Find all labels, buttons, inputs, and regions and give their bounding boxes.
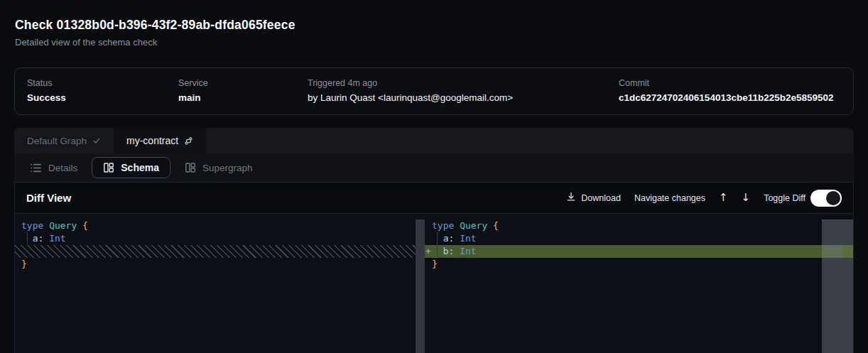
meta-service-label: Service: [178, 78, 208, 88]
check-icon: [92, 136, 101, 145]
meta-triggered: Triggered 4m ago by Laurin Quast <laurin…: [308, 78, 513, 103]
left-scrollbar[interactable]: [416, 219, 425, 353]
toggle-diff-control: Toggle Diff: [764, 190, 842, 207]
previous-change-button[interactable]: ↑: [719, 192, 728, 203]
tab-details-label: Details: [48, 163, 77, 173]
download-label: Download: [581, 193, 621, 203]
tab-default-graph[interactable]: Default Graph: [14, 128, 114, 153]
check-meta-card: Status Success Service main Triggered 4m…: [14, 67, 854, 115]
diff-pane-after: type Query { a: Int+ b: Int}: [425, 214, 853, 353]
added-change-overview-marker: [842, 245, 853, 258]
code-line: }: [15, 258, 425, 271]
meta-status-label: Status: [27, 78, 66, 88]
columns-icon: [185, 162, 196, 173]
toggle-diff-switch[interactable]: [810, 190, 842, 207]
download-icon: [566, 192, 576, 204]
arrow-up-icon: ↑: [719, 191, 728, 204]
view-tab-bar: Details Schema Supergraph: [14, 153, 854, 182]
tab-details[interactable]: Details: [26, 157, 82, 179]
meta-commit-label: Commit: [619, 78, 834, 88]
meta-service-value: main: [178, 92, 208, 103]
meta-status: Status Success: [27, 78, 66, 103]
code-line: a: Int: [425, 232, 853, 245]
meta-commit: Commit c1dc62724702406154013cbe11b225b2e…: [619, 78, 834, 103]
meta-commit-value: c1dc62724702406154013cbe11b225b2e5859502: [619, 92, 834, 103]
tab-my-contract-label: my-contract: [126, 135, 178, 146]
tab-schema-label: Schema: [121, 162, 159, 173]
next-change-button[interactable]: ↓: [742, 192, 751, 203]
tab-supergraph[interactable]: Supergraph: [180, 157, 257, 178]
meta-triggered-value: by Laurin Quast <laurinquast@googlemail.…: [308, 92, 513, 103]
tab-schema[interactable]: Schema: [92, 157, 170, 178]
code-line: type Query {: [15, 219, 425, 232]
diff-header: Diff View Download Navigate changes ↑: [15, 183, 853, 214]
before-code: type Query { a: Int}: [15, 219, 425, 271]
indent-guide: [437, 232, 438, 256]
arrow-down-icon: ↓: [742, 191, 751, 204]
columns-icon: [103, 162, 114, 173]
tab-supergraph-label: Supergraph: [202, 163, 253, 173]
diff-editor: type Query { a: Int} type Query { a: Int…: [15, 214, 853, 353]
contract-icon: [184, 136, 193, 146]
schema-check-page: Check 01328b0d-b396-43f2-89ab-dfda065fee…: [0, 0, 868, 353]
meta-status-value: Success: [27, 92, 66, 103]
switch-knob: [826, 191, 840, 205]
tab-my-contract[interactable]: my-contract: [114, 128, 206, 153]
tab-default-graph-label: Default Graph: [27, 136, 87, 146]
navigate-changes-label: Navigate changes: [634, 193, 705, 203]
diff-placeholder-line: [15, 245, 425, 258]
toggle-diff-label: Toggle Diff: [764, 193, 805, 203]
page-title: Check 01328b0d-b396-43f2-89ab-dfda065fee…: [15, 18, 295, 33]
meta-triggered-label: Triggered 4m ago: [308, 78, 513, 88]
list-icon: [30, 162, 42, 174]
code-line: type Query {: [425, 219, 853, 232]
download-button[interactable]: Download: [566, 192, 621, 204]
diff-added-line: + b: Int: [425, 245, 853, 258]
graph-tab-bar: Default Graph my-contract: [14, 128, 854, 153]
page-subtitle: Detailed view of the schema check: [15, 37, 157, 48]
right-scrollbar[interactable]: [822, 219, 853, 353]
meta-service: Service main: [178, 78, 208, 103]
diff-pane-before: type Query { a: Int}: [15, 214, 425, 353]
after-code: type Query { a: Int+ b: Int}: [425, 219, 853, 271]
diff-view-heading: Diff View: [26, 192, 71, 204]
indent-guide: [27, 232, 28, 244]
code-line: a: Int: [15, 232, 425, 245]
diff-view-card: Diff View Download Navigate changes ↑: [14, 182, 854, 353]
added-line-plus-marker: +: [425, 245, 431, 258]
diff-controls: Download Navigate changes ↑ ↓ Toggle Dif…: [566, 190, 842, 207]
code-line: }: [425, 258, 853, 271]
